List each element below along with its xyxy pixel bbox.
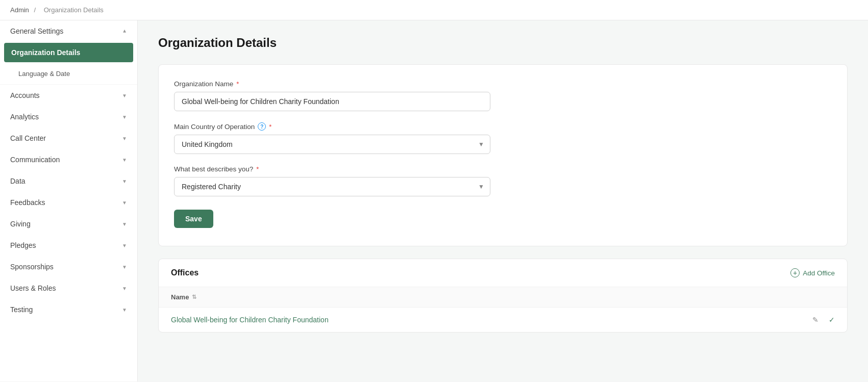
row-actions: ✎ ✓: [812, 316, 835, 324]
sidebar-item-general-settings[interactable]: General Settings ▼: [0, 20, 137, 42]
sidebar-item-call-center[interactable]: Call Center ▼: [0, 128, 137, 149]
sidebar-label-general-settings: General Settings: [10, 27, 63, 35]
chevron-down-icon-accounts: ▼: [122, 93, 127, 98]
chevron-down-icon-analytics: ▼: [122, 114, 127, 120]
offices-header: Offices + Add Office: [159, 259, 847, 287]
sidebar-label-language-date: Language & Date: [18, 70, 70, 78]
chevron-down-icon-giving: ▼: [122, 221, 127, 227]
sidebar-item-analytics[interactable]: Analytics ▼: [0, 106, 137, 128]
sidebar-label-sponsorships: Sponsorships: [10, 263, 54, 271]
describes-group: What best describes you? * Registered Ch…: [174, 165, 832, 196]
org-name-group: Organization Name *: [174, 80, 832, 111]
edit-icon[interactable]: ✎: [812, 316, 819, 324]
sidebar-item-communication[interactable]: Communication ▼: [0, 149, 137, 170]
sidebar-item-organization-details[interactable]: Organization Details: [4, 43, 133, 62]
sidebar-label-giving: Giving: [10, 220, 31, 228]
chevron-down-icon-data: ▼: [122, 179, 127, 184]
org-name-input[interactable]: [174, 92, 490, 111]
chevron-up-icon: ▼: [122, 29, 127, 34]
chevron-down-icon-call-center: ▼: [122, 136, 127, 141]
sidebar-label-pledges: Pledges: [10, 241, 36, 249]
sidebar-label-accounts: Accounts: [10, 91, 40, 99]
chevron-down-icon-testing: ▼: [122, 307, 127, 313]
required-star-describes: *: [256, 165, 259, 173]
country-label: Main Country of Operation ? *: [174, 122, 832, 131]
sidebar-label-organization-details: Organization Details: [11, 48, 80, 57]
chevron-down-icon-feedbacks: ▼: [122, 200, 127, 206]
col-name-header: Name ⇅: [171, 293, 196, 301]
sidebar-item-sponsorships[interactable]: Sponsorships ▼: [0, 256, 137, 277]
chevron-down-icon-sponsorships: ▼: [122, 264, 127, 270]
breadcrumb: Admin / Organization Details: [0, 0, 868, 20]
sidebar-item-language-date[interactable]: Language & Date: [0, 63, 137, 85]
sidebar-label-feedbacks: Feedbacks: [10, 198, 45, 207]
main-content: Organization Details Organization Name *…: [138, 20, 868, 381]
sidebar-item-data[interactable]: Data ▼: [0, 170, 137, 192]
save-button[interactable]: Save: [174, 210, 213, 228]
describes-select-wrapper: Registered Charity Non-Profit Foundation…: [174, 177, 490, 196]
org-details-form: Organization Name * Main Country of Oper…: [158, 64, 848, 246]
help-icon[interactable]: ?: [258, 122, 266, 131]
sidebar-label-data: Data: [10, 177, 26, 185]
offices-section: Offices + Add Office Name ⇅ Global Well-…: [158, 259, 848, 333]
org-name-label: Organization Name *: [174, 80, 832, 88]
breadcrumb-current: Organization Details: [44, 6, 104, 14]
sort-icon: ⇅: [192, 294, 196, 300]
sidebar-item-users-roles[interactable]: Users & Roles ▼: [0, 277, 137, 299]
add-office-label: Add Office: [803, 269, 835, 277]
describes-select[interactable]: Registered Charity Non-Profit Foundation…: [174, 177, 490, 196]
page-title: Organization Details: [158, 36, 848, 50]
add-circle-icon: +: [790, 268, 800, 277]
add-office-button[interactable]: + Add Office: [790, 268, 835, 277]
country-select-wrapper: United Kingdom United States Canada Aust…: [174, 135, 490, 154]
chevron-down-icon-pledges: ▼: [122, 243, 127, 248]
table-row: Global Well-being for Children Charity F…: [159, 308, 847, 332]
office-name: Global Well-being for Children Charity F…: [171, 316, 329, 324]
sidebar-label-call-center: Call Center: [10, 134, 46, 142]
describes-label: What best describes you? *: [174, 165, 832, 173]
sidebar-label-users-roles: Users & Roles: [10, 284, 56, 292]
country-select[interactable]: United Kingdom United States Canada Aust…: [174, 135, 490, 154]
chevron-down-icon-communication: ▼: [122, 157, 127, 163]
required-star-name: *: [236, 80, 239, 88]
breadcrumb-separator: /: [34, 6, 36, 14]
sidebar-item-pledges[interactable]: Pledges ▼: [0, 235, 137, 256]
required-star-country: *: [269, 123, 271, 131]
sidebar-label-communication: Communication: [10, 156, 60, 164]
chevron-down-icon-users-roles: ▼: [122, 286, 127, 291]
sidebar: General Settings ▼ Organization Details …: [0, 20, 138, 381]
sidebar-item-feedbacks[interactable]: Feedbacks ▼: [0, 192, 137, 213]
breadcrumb-admin[interactable]: Admin: [10, 6, 29, 14]
sidebar-item-giving[interactable]: Giving ▼: [0, 213, 137, 235]
sidebar-label-testing: Testing: [10, 305, 33, 314]
offices-table-header: Name ⇅: [159, 287, 847, 308]
expand-chevron-down-icon[interactable]: ✓: [829, 316, 835, 324]
sidebar-item-testing[interactable]: Testing ▼: [0, 299, 137, 320]
col-name-label: Name: [171, 293, 189, 301]
sidebar-item-accounts[interactable]: Accounts ▼: [0, 85, 137, 106]
country-group: Main Country of Operation ? * United Kin…: [174, 122, 832, 154]
offices-title: Offices: [171, 268, 199, 277]
sidebar-label-analytics: Analytics: [10, 113, 39, 121]
